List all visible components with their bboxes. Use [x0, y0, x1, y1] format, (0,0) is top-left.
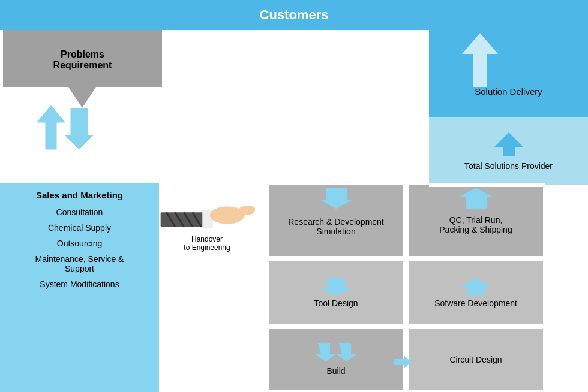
- circuit-right-arrow-icon: [394, 356, 412, 368]
- handover-area: Handoverto Engineering: [138, 198, 276, 252]
- tool-text: Tool Design: [314, 298, 358, 308]
- total-solutions-box: Total Solutions Provider: [429, 117, 588, 186]
- problems-title: ProblemsRequirement: [53, 49, 112, 71]
- qc-cell: QC, Trial Run,Packing & Shipping: [407, 183, 545, 258]
- svg-marker-16: [460, 188, 493, 209]
- total-solutions-text: Total Solutions Provider: [464, 161, 553, 171]
- tool-design-cell: Tool Design: [267, 260, 405, 325]
- svg-marker-2: [64, 108, 94, 150]
- svg-marker-19: [315, 343, 336, 361]
- solution-up-arrow-icon: [462, 33, 498, 87]
- sales-item-consultation: Consultation: [6, 207, 153, 217]
- tool-down-arrow-icon: [321, 278, 351, 295]
- svg-marker-5: [494, 132, 524, 156]
- sales-title: Sales and Marketing: [6, 190, 153, 200]
- rd-text: Research & Development Simulation: [269, 217, 403, 236]
- sales-item-maintenance: Maintenance, Service &Support: [6, 254, 153, 273]
- circuit-design-cell: Circuit Design: [407, 327, 545, 392]
- right-panel-divider: [429, 185, 588, 187]
- software-up-arrow-icon: [461, 278, 491, 295]
- svg-marker-18: [461, 278, 491, 295]
- sales-item-system-mod: System Modifications: [6, 279, 153, 289]
- sales-item-outsourcing: Outsourcing: [6, 239, 153, 248]
- svg-marker-17: [321, 278, 351, 295]
- software-dev-cell: Sofware Development: [407, 260, 545, 325]
- rd-simulation-cell: Research & Development Simulation: [267, 183, 405, 258]
- sales-panel: Sales and Marketing Consultation Chemica…: [0, 183, 159, 392]
- build-text: Build: [326, 366, 345, 376]
- circuit-text: Circuit Design: [449, 355, 502, 364]
- svg-marker-21: [394, 356, 412, 368]
- total-up-arrow-icon: [494, 132, 524, 156]
- software-text: Sofware Development: [434, 298, 517, 308]
- sales-up-arrow-icon: [36, 105, 66, 150]
- solution-delivery-box: Solution Delivery: [429, 30, 588, 117]
- problems-box: ProblemsRequirement: [3, 36, 162, 84]
- svg-marker-4: [462, 33, 498, 87]
- handover-label: Handoverto Engineering: [184, 235, 230, 252]
- solution-delivery-text: Solution Delivery: [475, 86, 542, 97]
- customers-title: Customers: [260, 7, 329, 23]
- rd-down-arrow-icon: [320, 188, 353, 209]
- svg-point-14: [246, 206, 255, 213]
- qc-text: QC, Trial Run,Packing & Shipping: [439, 215, 512, 234]
- svg-marker-3: [36, 105, 66, 150]
- qc-up-arrow-icon: [460, 188, 493, 209]
- build-down-arrows-icon: [315, 343, 357, 361]
- svg-marker-20: [336, 343, 357, 361]
- build-cell: Build: [267, 327, 405, 392]
- hand-pointing-icon: [159, 198, 255, 233]
- sales-item-chemical: Chemical Supply: [6, 223, 153, 233]
- problems-down-arrow-icon: [64, 108, 94, 150]
- svg-marker-15: [320, 188, 353, 209]
